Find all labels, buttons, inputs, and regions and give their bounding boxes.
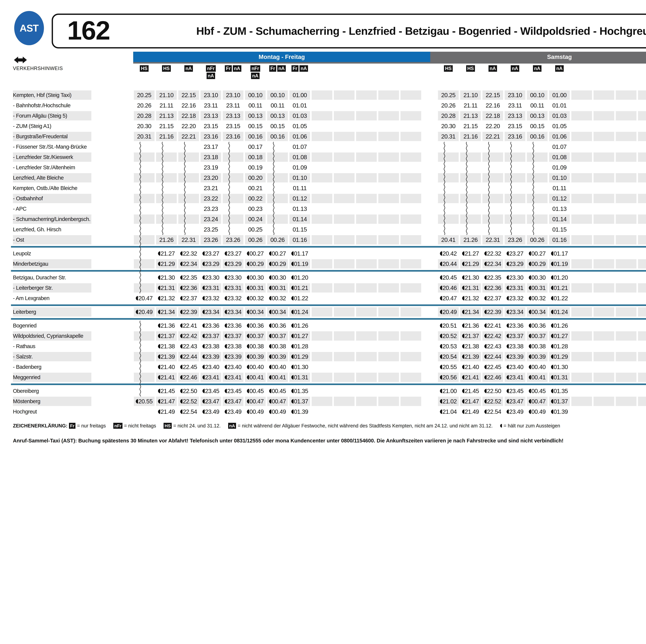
traffic-note-badge-group: nA: [489, 65, 497, 72]
departure-time: 21.40: [465, 363, 479, 370]
time-cell: 20.28: [438, 111, 459, 120]
departure-time: 21.47: [465, 398, 479, 405]
departure-time: 21.13: [463, 112, 478, 119]
departure-time: 01.29: [294, 353, 308, 360]
time-cell: 21.47: [460, 397, 481, 406]
time-cell: 22.18: [482, 111, 503, 120]
exit-only-icon: [484, 365, 487, 369]
departure-time: 20.45: [442, 274, 457, 281]
exit-only-icon: [247, 375, 249, 380]
time-cell: 20.52: [438, 331, 459, 341]
table-row: Bogenried21.3622.4123.3623.3600.3600.360…: [0, 321, 646, 330]
time-cell: 22.21: [482, 132, 503, 141]
legend-item: = hält nur zum Aussteigen: [500, 423, 560, 429]
time-cell: [334, 331, 354, 341]
time-cell: 23.25: [201, 225, 221, 234]
time-cell: 23.18: [201, 152, 221, 162]
exit-only-icon: [225, 334, 227, 338]
exit-only-icon: [462, 296, 464, 300]
exit-only-icon: [551, 354, 553, 359]
time-cell: 20.51: [438, 321, 459, 330]
departure-time: 01.11: [553, 185, 566, 192]
time-cell: 22.36: [178, 283, 199, 293]
exit-only-icon: [202, 399, 205, 404]
departure-time: 23.15: [204, 123, 218, 130]
day-band-saturday: Samstag: [430, 52, 646, 62]
exit-only-icon: [158, 275, 160, 280]
time-cell: [594, 152, 614, 162]
departure-time: 21.30: [465, 274, 479, 281]
exit-only-icon: [202, 323, 205, 328]
time-cell: 01.07: [290, 142, 310, 151]
time-cell: 23.32: [201, 294, 221, 303]
time-cell: 21.38: [156, 342, 177, 351]
departure-time: 22.50: [487, 388, 501, 395]
table-row: - Forum Allgäu (Steig 5)20.2821.1322.182…: [0, 111, 646, 120]
time-cell: 21.30: [156, 273, 177, 282]
time-cell: 00.23: [245, 204, 265, 213]
time-cell: 22.32: [178, 249, 199, 258]
time-cell: 01.17: [290, 249, 310, 258]
departure-time: 23.17: [204, 143, 218, 150]
departure-time: 00.37: [272, 332, 286, 339]
traffic-note-badge: HS: [466, 65, 475, 72]
time-cell: [401, 331, 421, 341]
table-row: - Ostbahnhof23.2200.2201.1201.1223.2200.…: [0, 194, 646, 203]
departure-time: 20.25: [137, 92, 151, 99]
departure-time: 00.26: [271, 236, 285, 243]
time-cell: 23.38: [201, 342, 221, 351]
time-cell: 00.41: [267, 372, 288, 382]
time-cell: 01.00: [290, 91, 310, 100]
departure-time: 21.27: [465, 250, 479, 257]
time-cell: [178, 194, 199, 203]
exit-only-icon: [180, 344, 183, 348]
time-cell: 00.38: [245, 342, 265, 351]
departure-time: 01.35: [554, 388, 568, 395]
departure-time: 00.27: [531, 250, 546, 257]
time-cell: 23.20: [201, 173, 221, 183]
traffic-note-badge-group: HS: [162, 65, 171, 72]
time-cell: [378, 331, 399, 341]
time-cell: 23.30: [201, 273, 221, 282]
departure-time: 01.10: [293, 174, 307, 181]
time-cell: 21.10: [460, 91, 481, 100]
time-cell: 22.32: [482, 249, 503, 258]
stop-name-cell: Obereiberg: [13, 386, 91, 396]
departure-time: 23.31: [509, 285, 523, 291]
departure-time: 00.37: [249, 332, 264, 339]
time-cell: [571, 111, 592, 120]
time-cell: [571, 307, 592, 317]
table-row: Obereiberg21.4522.5023.4523.4500.4500.45…: [0, 386, 646, 396]
exit-only-icon: [551, 410, 553, 414]
exit-only-icon: [529, 375, 531, 380]
departure-time: 22.50: [183, 388, 197, 395]
time-cell: [616, 111, 636, 120]
time-cell: 21.49: [156, 407, 177, 416]
departure-time: 22.18: [486, 112, 500, 119]
time-cell: [267, 214, 288, 224]
departure-time: 23.21: [204, 185, 218, 192]
time-cell: 23.41: [201, 372, 221, 382]
time-cell: 22.35: [482, 273, 503, 282]
time-cell: 23.31: [223, 283, 243, 293]
band-underline-rule: [133, 62, 646, 64]
time-cell: 01.27: [290, 331, 310, 341]
exit-only-icon: [180, 375, 183, 380]
exit-only-icon: [158, 344, 160, 348]
departure-time: 00.41: [272, 374, 286, 381]
departure-time: 00.36: [249, 322, 264, 329]
departure-time: 00.40: [272, 363, 286, 370]
departure-time: 22.52: [183, 398, 197, 405]
time-cell: [594, 111, 614, 120]
time-cell: 23.16: [223, 132, 243, 141]
departure-time: 20.55: [442, 363, 457, 370]
time-cell: 23.15: [223, 121, 243, 131]
time-cell: [571, 283, 592, 293]
departure-time: 00.45: [249, 388, 264, 395]
time-cell: [312, 372, 332, 382]
legend-text: = nicht während der Allgäuer Festwoche, …: [238, 423, 493, 429]
time-cell: 01.05: [290, 121, 310, 131]
departure-time: 23.10: [204, 92, 218, 99]
stop-name-cell: Leupolz: [13, 249, 91, 258]
time-cell: [571, 352, 592, 361]
